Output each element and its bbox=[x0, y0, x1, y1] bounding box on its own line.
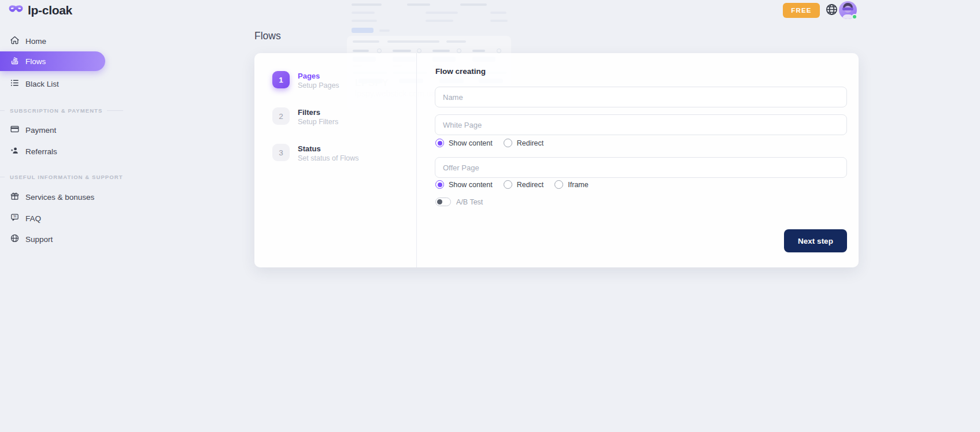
radio-label: Iframe bbox=[568, 181, 588, 189]
next-step-button[interactable]: Next step bbox=[784, 229, 847, 252]
radio-circle bbox=[504, 180, 512, 189]
white-page-mode-options: Show content Redirect bbox=[435, 139, 543, 147]
sidebar-item-home[interactable]: Home bbox=[0, 32, 46, 50]
step-number-badge: 1 bbox=[272, 71, 290, 88]
step-subtitle: Setup Filters bbox=[298, 118, 338, 126]
faq-bubble-icon: ?! bbox=[10, 213, 20, 224]
sidebar-item-label: Home bbox=[25, 37, 46, 46]
home-icon bbox=[10, 35, 20, 47]
plan-badge[interactable]: FREE bbox=[783, 3, 820, 18]
radio-circle bbox=[435, 139, 444, 147]
step-title: Status bbox=[298, 144, 359, 153]
flow-creating-form: Flow creating Show content Redirect Show… bbox=[435, 53, 848, 267]
form-title: Flow creating bbox=[435, 67, 486, 76]
ghost-details-block bbox=[347, 1, 511, 35]
list-icon bbox=[10, 78, 20, 90]
step-filters[interactable]: 2 Filters Setup Filters bbox=[272, 107, 408, 126]
sidebar-item-label: Payment bbox=[25, 126, 56, 135]
sidebar-section-header: SUBSCRIPTION & PAYMENTS bbox=[10, 107, 123, 114]
offer-page-input[interactable] bbox=[435, 157, 847, 178]
brand-name: lp-cloak bbox=[28, 3, 72, 17]
sidebar-item-payment[interactable]: Payment bbox=[0, 121, 56, 139]
step-status[interactable]: 3 Status Set status of Flows bbox=[272, 144, 408, 162]
ab-test-label: A/B Test bbox=[456, 198, 483, 206]
radio-white-show-content[interactable]: Show content bbox=[435, 139, 493, 147]
step-title: Pages bbox=[298, 72, 339, 80]
card-divider bbox=[416, 53, 417, 267]
radio-label: Redirect bbox=[517, 139, 544, 147]
flows-icon bbox=[10, 55, 20, 67]
online-status-dot bbox=[852, 14, 857, 20]
step-subtitle: Set status of Flows bbox=[298, 154, 359, 162]
step-number-badge: 2 bbox=[272, 107, 290, 125]
sidebar-item-label: Referrals bbox=[25, 147, 57, 156]
referral-person-icon bbox=[10, 146, 20, 157]
radio-label: Show content bbox=[449, 181, 493, 189]
credit-card-icon bbox=[10, 124, 20, 136]
step-pages[interactable]: 1 Pages Setup Pages bbox=[272, 71, 408, 90]
flow-creating-modal: 1 Pages Setup Pages 2 Filters Setup Filt… bbox=[254, 53, 859, 267]
step-subtitle: Setup Pages bbox=[298, 81, 339, 90]
sidebar: lp-cloak Home Flows Black List SUBS bbox=[0, 0, 110, 432]
sidebar-item-label: Services & bonuses bbox=[25, 193, 94, 202]
step-title: Filters bbox=[298, 108, 338, 117]
sidebar-item-referrals[interactable]: Referrals bbox=[0, 143, 57, 160]
sidebar-item-label: Black List bbox=[25, 80, 59, 88]
sidebar-item-faq[interactable]: ?! FAQ bbox=[0, 210, 41, 227]
brand-logo[interactable]: lp-cloak bbox=[8, 3, 72, 17]
gift-icon bbox=[10, 191, 20, 203]
step-number-badge: 3 bbox=[272, 144, 290, 161]
radio-circle bbox=[504, 139, 512, 147]
sidebar-item-services[interactable]: Services & bonuses bbox=[0, 188, 94, 206]
radio-offer-show-content[interactable]: Show content bbox=[435, 180, 493, 189]
sidebar-item-black-list[interactable]: Black List bbox=[0, 75, 59, 92]
white-page-input[interactable] bbox=[435, 114, 847, 135]
ab-test-toggle-row[interactable]: A/B Test bbox=[435, 198, 483, 206]
language-globe-icon[interactable] bbox=[824, 3, 838, 17]
radio-offer-redirect[interactable]: Redirect bbox=[504, 180, 544, 189]
sidebar-item-flows[interactable]: Flows bbox=[0, 51, 105, 71]
offer-page-mode-options: Show content Redirect Iframe bbox=[435, 180, 589, 189]
radio-circle bbox=[554, 180, 563, 189]
user-avatar[interactable] bbox=[839, 1, 857, 19]
radio-offer-iframe[interactable]: Iframe bbox=[554, 180, 588, 189]
sidebar-section-header: USEFUL INFORMATION & SUPPORT bbox=[10, 174, 123, 180]
mask-icon bbox=[8, 4, 24, 17]
support-globe-icon bbox=[10, 233, 20, 245]
page-title: Flows bbox=[254, 30, 281, 42]
switch-knob bbox=[437, 199, 442, 204]
sidebar-item-label: FAQ bbox=[25, 214, 41, 223]
radio-label: Redirect bbox=[517, 181, 544, 189]
ab-test-switch[interactable] bbox=[435, 198, 451, 206]
stepper: 1 Pages Setup Pages 2 Filters Setup Filt… bbox=[272, 71, 408, 180]
sidebar-item-label: Support bbox=[25, 235, 53, 244]
svg-text:?!: ?! bbox=[13, 215, 17, 218]
radio-white-redirect[interactable]: Redirect bbox=[504, 139, 544, 147]
radio-label: Show content bbox=[449, 139, 493, 147]
sidebar-item-label: Flows bbox=[25, 57, 46, 66]
radio-circle bbox=[435, 180, 444, 189]
flow-name-input[interactable] bbox=[435, 87, 847, 107]
sidebar-item-support[interactable]: Support bbox=[0, 230, 53, 248]
